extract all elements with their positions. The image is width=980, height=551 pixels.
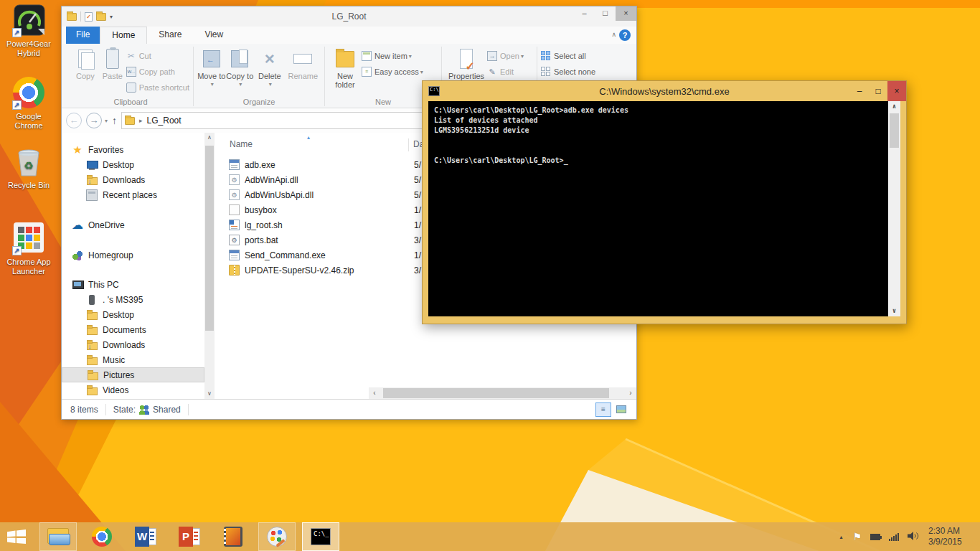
sidebar-item-desktop[interactable]: Desktop — [62, 157, 204, 172]
taskbar-file-explorer[interactable] — [39, 522, 77, 551]
qat-customize-caret-icon[interactable]: ▾ — [110, 14, 113, 20]
taskbar-word[interactable]: W — [127, 522, 164, 551]
volume-icon[interactable] — [908, 531, 920, 543]
console-scrollbar[interactable]: ∧ ∨ — [888, 101, 900, 316]
explorer-titlebar[interactable]: ✓ ▾ LG_Root – □ × — [62, 6, 636, 27]
up-button[interactable]: ↑ — [112, 115, 117, 126]
cmd-minimize-button[interactable]: – — [850, 86, 869, 96]
explorer-close-button[interactable]: × — [616, 6, 636, 21]
power4gear-icon: ↗ — [12, 4, 45, 37]
copy-to-button[interactable]: Copy to▾ — [226, 47, 255, 96]
delete-button[interactable]: × Delete▾ — [254, 47, 286, 96]
new-folder-button[interactable]: New folder — [329, 47, 362, 96]
select-all-button[interactable]: Select all — [541, 48, 595, 64]
new-folder-qat-icon[interactable] — [96, 13, 106, 21]
scroll-right-icon[interactable]: › — [625, 387, 636, 399]
tab-view[interactable]: View — [193, 27, 235, 44]
desktop-icon-chrome-app-launcher[interactable]: ↗ Chrome App Launcher — [1, 221, 56, 276]
desktop-icon-recycle-bin[interactable]: ♻ Recycle Bin — [1, 146, 56, 190]
taskbar-paint[interactable] — [258, 522, 296, 551]
horizontal-scrollbar[interactable]: ‹ › — [369, 387, 636, 399]
sidebar-item-this-pc[interactable]: This PC — [62, 277, 204, 292]
tab-share[interactable]: Share — [147, 27, 193, 44]
taskbar-powerpoint[interactable]: P — [171, 522, 208, 551]
scroll-left-icon[interactable]: ‹ — [369, 387, 380, 399]
paste-button[interactable]: Paste — [99, 47, 126, 96]
music-folder-icon — [86, 354, 98, 366]
shortcut-arrow-icon: ↗ — [12, 246, 22, 255]
chrome-icon: ↗ — [12, 77, 45, 110]
desktop-icon-power4gear[interactable]: ↗ Power4Gear Hybrid — [1, 4, 56, 58]
sidebar-item-recent-places[interactable]: Recent places — [62, 187, 204, 202]
edit-button[interactable]: ✎ Edit — [487, 64, 524, 80]
sidebar-scrollbar[interactable]: ∧ ∨ — [204, 133, 215, 399]
explorer-maximize-button[interactable]: □ — [595, 6, 616, 21]
sidebar-item-desktop-pc[interactable]: Desktop — [62, 307, 204, 322]
scrollbar-thumb[interactable] — [890, 113, 899, 148]
taskbar: W P C:\_ ▴ ⚑ 2:30 AM 3/9/2015 — [0, 522, 980, 551]
recent-locations-caret-icon[interactable]: ▾ — [105, 118, 108, 124]
taskbar-movie-maker[interactable] — [215, 522, 252, 551]
scroll-up-icon[interactable]: ∧ — [204, 133, 215, 143]
help-icon[interactable]: ? — [619, 29, 631, 41]
action-center-flag-icon[interactable]: ⚑ — [852, 531, 862, 542]
select-none-button[interactable]: Select none — [541, 64, 595, 80]
scrollbar-thumb[interactable] — [383, 388, 609, 398]
properties-qat-icon[interactable]: ✓ — [85, 12, 93, 22]
battery-icon[interactable] — [870, 534, 880, 540]
details-view-button[interactable]: ≡ — [595, 402, 611, 417]
copy-button[interactable]: Copy — [72, 47, 99, 96]
easy-access-button[interactable]: ≡ Easy access▾ — [362, 64, 423, 80]
console-prompt-line: C:\Users\carl\Desktop\LG_Root>_ — [434, 156, 883, 166]
dll-file-icon: ⚙ — [229, 189, 240, 200]
network-signal-icon[interactable] — [889, 532, 899, 541]
show-hidden-icons-button[interactable]: ▴ — [839, 534, 842, 540]
column-header-name[interactable]: Name — [230, 139, 253, 149]
taskbar-cmd[interactable]: C:\_ — [302, 522, 339, 551]
cmd-close-button[interactable]: × — [887, 81, 906, 101]
sidebar-item-pictures[interactable]: Pictures — [62, 367, 204, 382]
open-button[interactable]: Open▾ — [487, 48, 524, 64]
column-divider[interactable] — [408, 138, 409, 151]
taskbar-chrome[interactable] — [83, 522, 121, 551]
sidebar-item-favorites[interactable]: ★Favorites — [62, 142, 204, 157]
sidebar-item-videos[interactable]: Videos — [62, 382, 204, 397]
sidebar-item-phone[interactable]: . 's MS395 — [62, 292, 204, 307]
sidebar-item-documents[interactable]: Documents — [62, 322, 204, 337]
forward-button[interactable]: → — [86, 113, 102, 128]
sidebar-item-homegroup[interactable]: Homegroup — [62, 248, 204, 263]
quick-access-toolbar[interactable]: ✓ ▾ — [62, 11, 113, 22]
onedrive-cloud-icon: ☁ — [72, 220, 83, 231]
scroll-down-icon[interactable]: ∨ — [888, 306, 900, 316]
movie-maker-icon — [224, 527, 242, 547]
back-button[interactable]: ← — [66, 113, 82, 128]
sidebar-item-music[interactable]: Music — [62, 352, 204, 367]
scroll-up-icon[interactable]: ∧ — [888, 101, 900, 112]
explorer-minimize-button[interactable]: – — [574, 6, 595, 21]
sidebar-item-downloads[interactable]: Downloads — [62, 172, 204, 187]
scrollbar-thumb[interactable] — [205, 146, 214, 331]
move-to-button[interactable]: ← Move to▾ — [197, 47, 226, 96]
rename-button[interactable]: Rename — [286, 47, 321, 96]
sidebar-item-downloads-pc[interactable]: Downloads — [62, 337, 204, 352]
start-button[interactable] — [0, 522, 33, 551]
taskbar-clock[interactable]: 2:30 AM 3/9/2015 — [928, 526, 971, 547]
desktop-icon-label: Chrome — [1, 121, 56, 131]
console-output[interactable]: C:\Users\carl\Desktop\LG_Root>adb.exe de… — [428, 101, 900, 316]
cut-button[interactable]: ✂ Cut — [126, 48, 189, 64]
cmd-maximize-button[interactable]: □ — [869, 86, 887, 96]
cmd-titlebar[interactable]: C:\Windows\system32\cmd.exe – □ × — [423, 81, 906, 101]
breadcrumb[interactable]: LG_Root — [147, 116, 182, 126]
thumbnail-view-button[interactable] — [613, 402, 629, 417]
copy-path-button[interactable]: W... Copy path — [126, 64, 189, 80]
sidebar-item-onedrive[interactable]: ☁OneDrive — [62, 217, 204, 232]
scroll-down-icon[interactable]: ∨ — [204, 389, 215, 399]
desktop-icon-chrome[interactable]: ↗ Google Chrome — [1, 76, 56, 131]
tab-home[interactable]: Home — [100, 27, 147, 44]
cmd-window[interactable]: C:\Windows\system32\cmd.exe – □ × C:\Use… — [422, 80, 907, 324]
new-item-button[interactable]: New item▾ — [362, 48, 423, 64]
desktop-icon-label: Hybrid — [1, 49, 56, 58]
minimize-ribbon-icon[interactable]: ∧ — [611, 31, 616, 38]
paste-shortcut-button[interactable]: Paste shortcut — [126, 80, 189, 95]
tab-file[interactable]: File — [66, 27, 100, 44]
